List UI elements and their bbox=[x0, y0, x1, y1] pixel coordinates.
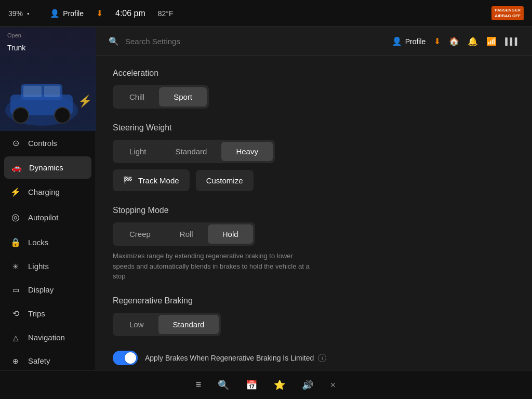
taskbar: ≡ 🔍 📅 ⭐ 🔊 ✕ bbox=[0, 370, 532, 399]
sidebar-item-locks[interactable]: 🔒 Locks bbox=[0, 230, 96, 255]
sidebar-item-locks-label: Locks bbox=[28, 238, 48, 247]
track-mode-label: Track Mode bbox=[138, 176, 179, 185]
sidebar-item-charging-label: Charging bbox=[28, 188, 60, 196]
car-panel: Open Trunk ⚡ bbox=[0, 27, 96, 131]
trips-icon: ⟲ bbox=[10, 309, 21, 318]
taskbar-search-icon[interactable]: 🔍 bbox=[218, 379, 229, 391]
sidebar-item-dynamics[interactable]: 🚗 Dynamics bbox=[4, 156, 91, 179]
taskbar-apps-icon[interactable]: ⭐ bbox=[274, 379, 285, 391]
toggle-thumb bbox=[125, 352, 136, 364]
sidebar-item-autopilot[interactable]: ◎ Autopilot bbox=[0, 204, 96, 230]
controls-icon: ⊙ bbox=[10, 138, 21, 148]
header-person-icon: 👤 bbox=[392, 36, 402, 46]
sidebar-item-display[interactable]: ▭ Display bbox=[0, 278, 96, 301]
open-label: Open bbox=[7, 32, 21, 38]
sidebar-item-autopilot-label: Autopilot bbox=[28, 213, 58, 222]
stopping-mode-btn-group: Creep Roll Hold bbox=[113, 222, 255, 246]
regen-standard-btn[interactable]: Standard bbox=[158, 315, 219, 334]
track-mode-row: 🏁 Track Mode Customize bbox=[113, 169, 515, 191]
display-icon: ▭ bbox=[10, 286, 21, 294]
search-input[interactable] bbox=[125, 37, 385, 46]
steering-standard-btn[interactable]: Standard bbox=[161, 142, 222, 161]
apply-brakes-text: Apply Brakes When Regenerative Braking I… bbox=[145, 354, 314, 362]
svg-rect-6 bbox=[23, 86, 42, 97]
steering-weight-title: Steering Weight bbox=[113, 123, 515, 132]
steering-weight-section: Steering Weight Light Standard Heavy 🏁 T… bbox=[113, 123, 515, 191]
taskbar-close-icon[interactable]: ✕ bbox=[330, 381, 336, 389]
acceleration-sport-btn[interactable]: Sport bbox=[159, 87, 207, 107]
status-bar: 39% ▪ 👤 Profile ⬇ 4:06 pm 82°F PASSENGER… bbox=[0, 0, 532, 27]
airbag-warning: PASSENGERAIRBAG OFF bbox=[491, 6, 524, 20]
sidebar-item-display-label: Display bbox=[28, 285, 54, 294]
bell-header-icon[interactable]: 🔔 bbox=[468, 36, 478, 46]
track-mode-btn[interactable]: 🏁 Track Mode bbox=[113, 169, 190, 191]
trunk-label: Trunk bbox=[7, 44, 25, 52]
regen-low-btn[interactable]: Low bbox=[115, 315, 158, 334]
taskbar-menu-icon[interactable]: ≡ bbox=[196, 379, 202, 390]
stopping-roll-btn[interactable]: Roll bbox=[165, 224, 208, 244]
home-header-icon[interactable]: 🏠 bbox=[449, 36, 459, 46]
temperature-display: 82°F bbox=[158, 9, 174, 18]
status-profile-label: Profile bbox=[63, 9, 84, 18]
apply-brakes-row: Apply Brakes When Regenerative Braking I… bbox=[113, 351, 515, 365]
dynamics-icon: 🚗 bbox=[11, 163, 22, 172]
lights-icon: ✳ bbox=[10, 262, 21, 271]
stopping-mode-title: Stopping Mode bbox=[113, 206, 515, 215]
stopping-hold-btn[interactable]: Hold bbox=[208, 224, 253, 244]
svg-point-4 bbox=[55, 108, 70, 123]
search-icon: 🔍 bbox=[109, 36, 119, 46]
header-profile-label: Profile bbox=[405, 37, 426, 46]
sidebar-item-controls-label: Controls bbox=[28, 139, 57, 148]
apply-brakes-toggle[interactable] bbox=[113, 351, 138, 365]
regen-braking-section: Regenerative Braking Low Standard bbox=[113, 296, 515, 336]
sidebar: ⊙ Controls 🚗 Dynamics ⚡ Charging ◎ Autop… bbox=[0, 131, 96, 370]
acceleration-title: Acceleration bbox=[113, 69, 515, 78]
autopilot-icon: ◎ bbox=[10, 211, 21, 223]
sidebar-item-controls[interactable]: ⊙ Controls bbox=[0, 131, 96, 155]
stopping-description: Maximizes range by extending regenerativ… bbox=[113, 251, 310, 282]
navigation-icon: △ bbox=[10, 334, 21, 342]
signal-header-icon[interactable]: ▌▌▌ bbox=[505, 37, 520, 45]
sidebar-item-navigation[interactable]: △ Navigation bbox=[0, 326, 96, 349]
download-icon[interactable]: ⬇ bbox=[96, 8, 103, 18]
status-left: 39% ▪ bbox=[8, 9, 29, 18]
acceleration-btn-group: Chill Sport bbox=[113, 85, 209, 109]
lock-icon: 🔒 bbox=[10, 237, 21, 247]
sidebar-item-lights[interactable]: ✳ Lights bbox=[0, 255, 96, 278]
info-icon[interactable]: i bbox=[318, 354, 326, 362]
acceleration-section: Acceleration Chill Sport bbox=[113, 69, 515, 109]
steering-weight-row: Light Standard Heavy bbox=[113, 140, 515, 163]
sidebar-item-dynamics-label: Dynamics bbox=[29, 163, 63, 172]
taskbar-volume-icon[interactable]: 🔊 bbox=[302, 379, 313, 391]
steering-light-btn[interactable]: Light bbox=[115, 142, 161, 161]
regen-braking-title: Regenerative Braking bbox=[113, 296, 515, 305]
person-icon: 👤 bbox=[50, 9, 60, 18]
svg-text:⚡: ⚡ bbox=[78, 94, 92, 108]
header-icons: 👤 Profile ⬇ 🏠 🔔 📶 ▌▌▌ bbox=[392, 36, 520, 46]
stopping-mode-section: Stopping Mode Creep Roll Hold Maximizes … bbox=[113, 206, 515, 282]
battery-icon: ▪ bbox=[27, 10, 29, 17]
acceleration-chill-btn[interactable]: Chill bbox=[115, 87, 159, 107]
sidebar-item-trips[interactable]: ⟲ Trips bbox=[0, 301, 96, 326]
bluetooth-header-icon[interactable]: 📶 bbox=[486, 36, 497, 46]
customize-btn[interactable]: Customize bbox=[196, 170, 254, 191]
apply-brakes-label: Apply Brakes When Regenerative Braking I… bbox=[145, 354, 326, 362]
download-header-icon[interactable]: ⬇ bbox=[434, 36, 441, 46]
search-bar: 🔍 👤 Profile ⬇ 🏠 🔔 📶 ▌▌▌ bbox=[96, 27, 532, 56]
car-image: ⚡ bbox=[0, 53, 96, 131]
header-profile[interactable]: 👤 Profile bbox=[392, 36, 426, 46]
charging-icon: ⚡ bbox=[10, 187, 21, 197]
stopping-creep-btn[interactable]: Creep bbox=[115, 224, 165, 244]
steering-heavy-btn[interactable]: Heavy bbox=[221, 142, 273, 161]
main-content: Acceleration Chill Sport Steering Weight… bbox=[96, 56, 532, 370]
safety-icon: ⊕ bbox=[10, 357, 21, 365]
taskbar-calendar-icon[interactable]: 📅 bbox=[246, 379, 257, 391]
sidebar-item-lights-label: Lights bbox=[28, 262, 49, 271]
status-right: PASSENGERAIRBAG OFF bbox=[491, 6, 524, 20]
sidebar-item-charging[interactable]: ⚡ Charging bbox=[0, 180, 96, 204]
status-profile[interactable]: 👤 Profile bbox=[50, 9, 84, 18]
sidebar-item-safety[interactable]: ⊕ Safety bbox=[0, 349, 96, 370]
sidebar-item-safety-label: Safety bbox=[28, 356, 50, 365]
regen-braking-btn-group: Low Standard bbox=[113, 313, 221, 336]
battery-text: 39% bbox=[8, 9, 23, 18]
